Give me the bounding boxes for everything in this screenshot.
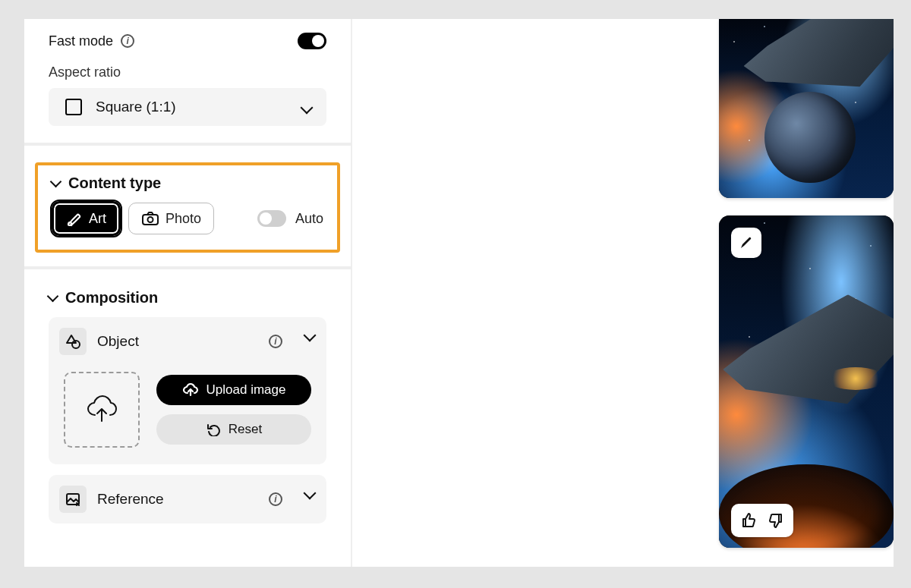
reference-header[interactable]: Reference [59,486,316,513]
reset-button[interactable]: Reset [156,414,311,445]
content-type-art-button[interactable]: Art [52,201,121,236]
upload-label: Upload image [206,382,286,398]
planet-graphic [764,92,856,183]
content-type-section: Content type Art Photo [35,162,340,253]
reset-icon [206,423,221,436]
divider [24,143,351,146]
result-image-2[interactable] [719,215,894,548]
object-body: Upload image Reset [59,355,316,452]
composition-object-card: Object [49,317,326,464]
thumbs-down-icon[interactable] [766,511,784,530]
aspect-ratio-select[interactable]: Square (1:1) [49,88,326,126]
info-icon[interactable] [269,492,282,506]
fast-mode-toggle[interactable] [298,33,326,49]
cloud-upload-icon [182,382,199,398]
fast-mode-row: Fast mode [24,19,351,61]
auto-label: Auto [295,211,323,227]
aspect-ratio-label: Aspect ratio [24,61,351,88]
reference-title: Reference [97,491,258,508]
content-type-auto: Auto [257,210,323,227]
result-image-1[interactable] [719,19,894,198]
pencil-icon [739,235,754,250]
fast-mode-label: Fast mode [49,33,113,49]
composition-section: Composition Object [24,269,351,524]
square-icon [65,99,82,115]
content-type-title: Content type [68,175,161,192]
engine-glow [825,367,886,390]
composition-title: Composition [65,289,158,307]
app-viewport: Fast mode Aspect ratio Square (1:1) Cont… [24,19,894,567]
object-buttons: Upload image Reset [156,375,311,445]
chevron-down-icon [304,329,316,341]
toggle-knob [260,212,272,225]
object-header[interactable]: Object [59,328,316,355]
info-icon[interactable] [121,34,134,48]
svg-rect-0 [143,215,158,225]
content-type-photo-button[interactable]: Photo [128,203,214,234]
reset-label: Reset [229,422,262,437]
image-icon [59,486,87,513]
info-icon[interactable] [269,335,282,348]
auto-toggle[interactable] [257,210,286,227]
toggle-knob [312,35,324,47]
chevron-down-icon [52,179,61,188]
camera-icon [141,210,159,227]
chevron-down-icon [301,102,311,112]
shapes-icon [59,328,87,355]
cloud-upload-icon [84,392,119,427]
upload-image-button[interactable]: Upload image [156,375,311,405]
object-title: Object [97,333,258,350]
art-label: Art [89,211,106,227]
edit-button[interactable] [731,228,761,258]
aspect-ratio-value: Square (1:1) [96,99,176,115]
thumbs-up-icon[interactable] [740,511,758,530]
upload-dropzone[interactable] [64,372,140,448]
composition-header[interactable]: Composition [49,289,326,307]
composition-reference-card: Reference [49,475,326,524]
svg-point-1 [148,217,153,222]
rate-buttons [731,504,793,537]
content-type-header[interactable]: Content type [52,175,323,192]
content-type-options: Art Photo Auto [52,201,323,236]
results-column [719,19,894,567]
brush-icon [66,210,83,227]
photo-label: Photo [165,211,201,227]
settings-sidebar: Fast mode Aspect ratio Square (1:1) Cont… [24,19,352,567]
chevron-down-icon [304,487,316,499]
chevron-down-icon [49,294,58,303]
